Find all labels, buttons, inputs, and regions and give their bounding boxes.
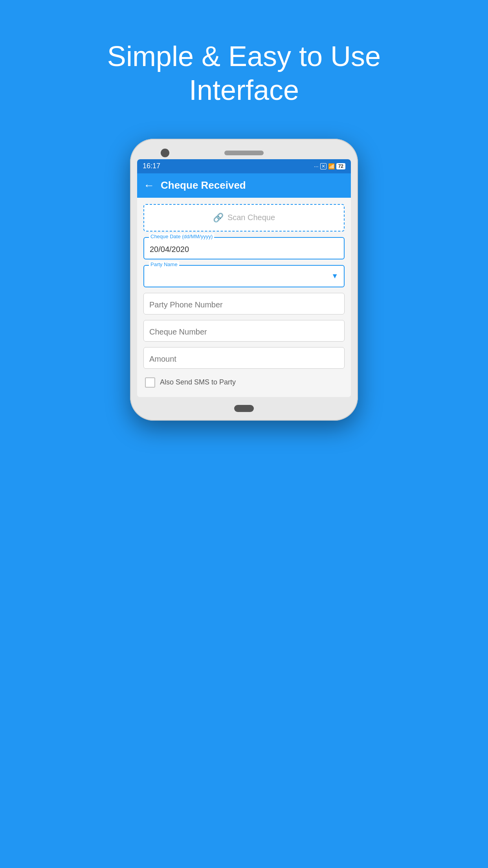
scan-cheque-button[interactable]: 🔗 Scan Cheque [143,204,345,232]
amount-field[interactable] [143,347,345,369]
party-name-field[interactable]: Party Name ▼ [143,265,345,287]
scan-cheque-label: Scan Cheque [227,213,275,222]
app-title: Cheque Received [161,179,246,191]
status-icons: ··· ✕ 📶 72 [314,163,345,169]
party-phone-input[interactable] [144,293,344,314]
back-button[interactable]: ← [143,179,154,192]
phone-mockup: 16:17 ··· ✕ 📶 72 ← Cheque Received [130,139,358,421]
battery-value: 72 [338,164,343,169]
scan-icon: 🔗 [213,213,224,223]
form-content: 🔗 Scan Cheque Cheque Date (dd/MM/yyyy) P… [137,198,351,397]
cheque-date-input[interactable] [144,238,344,259]
phone-speaker [224,151,264,155]
party-phone-field[interactable] [143,293,345,314]
sms-checkbox[interactable] [145,377,155,388]
sms-checkbox-row[interactable]: Also Send SMS to Party [143,374,345,391]
phone-camera [161,149,169,157]
cheque-number-input[interactable] [144,320,344,341]
headline-line1: Simple & Easy to Use [107,40,381,72]
amount-input[interactable] [144,348,344,368]
cheque-date-field[interactable]: Cheque Date (dd/MM/yyyy) [143,237,345,259]
wifi-icon: 📶 [328,163,335,169]
party-name-label: Party Name [149,261,179,267]
x-icon: ✕ [320,163,327,169]
status-time: 16:17 [143,162,160,170]
phone-home-button[interactable] [234,405,254,412]
cheque-number-field[interactable] [143,320,345,342]
party-name-input[interactable] [144,266,344,287]
dropdown-arrow-icon: ▼ [331,272,338,280]
phone-screen: 16:17 ··· ✕ 📶 72 ← Cheque Received [137,159,351,397]
phone-outer: 16:17 ··· ✕ 📶 72 ← Cheque Received [130,139,358,421]
headline-line2: Interface [189,74,299,106]
sms-checkbox-label: Also Send SMS to Party [160,378,236,386]
headline: Simple & Easy to Use Interface [76,39,412,107]
battery-icon: 72 [336,163,345,169]
dots-icon: ··· [314,163,319,169]
status-bar: 16:17 ··· ✕ 📶 72 [137,159,351,173]
app-bar: ← Cheque Received [137,173,351,198]
phone-top-bar [137,146,351,159]
cheque-date-label: Cheque Date (dd/MM/yyyy) [149,234,214,239]
